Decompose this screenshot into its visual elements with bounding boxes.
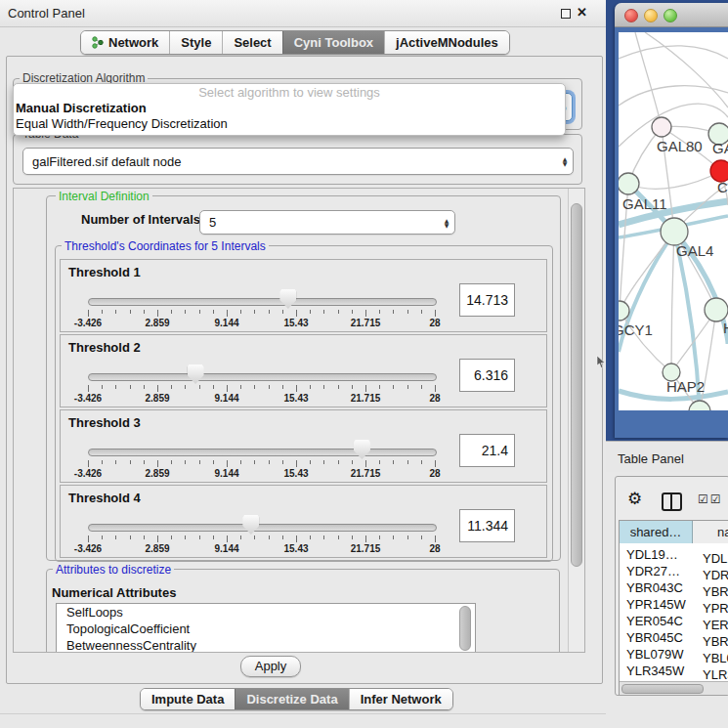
tab-impute-data[interactable]: Impute Data: [141, 689, 235, 709]
network-node-gal80[interactable]: [652, 117, 671, 137]
gear-icon[interactable]: ⚙: [627, 489, 642, 508]
interval-definition-title: Interval Definition: [56, 190, 152, 203]
table-row[interactable]: YPR145WYPR1: [620, 596, 728, 613]
split-view-icon[interactable]: [662, 492, 682, 511]
network-window-titlebar[interactable]: [615, 3, 728, 27]
close-button[interactable]: [624, 9, 638, 22]
tick-mark: [254, 460, 255, 464]
tick-mark: [310, 310, 311, 314]
tick-mark: [185, 460, 186, 464]
slider-track[interactable]: [88, 449, 437, 456]
slider-thumb[interactable]: [242, 515, 259, 535]
tab-label: Select: [234, 35, 271, 50]
tab-select[interactable]: Select: [222, 31, 281, 54]
threshold-value-box[interactable]: 11.344: [459, 509, 515, 542]
tab-network[interactable]: Network: [81, 31, 169, 54]
tick-label: 9.144: [197, 318, 256, 328]
slider-thumb[interactable]: [354, 440, 370, 459]
tick-label: -3.426: [59, 318, 117, 328]
scrollbar-thumb[interactable]: [571, 203, 582, 567]
tick-mark: [88, 385, 89, 392]
tab-style[interactable]: Style: [169, 31, 222, 54]
tick-label: 15.43: [267, 393, 325, 404]
attributes-scrollbar-thumb[interactable]: [459, 606, 471, 651]
tick-mark: [88, 460, 89, 467]
algorithm-option-equal-width-frequency-discretization[interactable]: Equal Width/Frequency Discretization: [14, 116, 565, 132]
tick-mark: [199, 460, 200, 464]
close-icon[interactable]: ✕: [577, 5, 587, 20]
tick-mark: [88, 310, 89, 317]
attribute-item-betweennesscentrality[interactable]: BetweennessCentrality: [57, 637, 475, 653]
horizontal-scrollbar-thumb[interactable]: [621, 684, 704, 694]
apply-button[interactable]: Apply: [240, 656, 301, 677]
tick-mark: [115, 535, 116, 539]
tick-mark: [227, 460, 228, 467]
table-row[interactable]: YDR27…YDR2: [620, 563, 728, 579]
network-canvas[interactable]: GAL80GACGAL11GAL4GCY1HHAP2: [619, 32, 728, 410]
tab-cyni-toolbox[interactable]: Cyni Toolbox: [282, 31, 384, 54]
tab-jactivemnodules[interactable]: jActiveMNodules: [384, 31, 509, 54]
tick-mark: [102, 385, 103, 389]
minimize-button[interactable]: [644, 9, 658, 22]
tick-mark: [338, 310, 339, 314]
spinner-icon[interactable]: ▲▼: [439, 218, 454, 228]
spinner-icon[interactable]: ▲▼: [557, 156, 573, 166]
tab-discretize-data[interactable]: Discretize Data: [235, 689, 348, 709]
table-row[interactable]: YDL19…YDL1: [620, 546, 728, 563]
table-row[interactable]: YER054CYER0: [620, 613, 728, 629]
tick-mark: [282, 535, 283, 539]
slider-track[interactable]: [88, 298, 437, 306]
network-node-gal11[interactable]: [619, 173, 639, 194]
tick-mark: [254, 535, 255, 539]
tick-label: 28: [406, 393, 464, 404]
table-cell: YBR043C: [620, 579, 696, 596]
tick-mark: [365, 460, 366, 467]
tick-mark: [352, 385, 353, 389]
tick-mark: [199, 310, 200, 314]
slider-track[interactable]: [88, 524, 437, 532]
tick-mark: [185, 385, 186, 389]
panel-title: Control Panel: [8, 6, 85, 21]
column-header-shared-name[interactable]: shared…: [620, 521, 693, 544]
tick-mark: [269, 385, 270, 389]
slider-thumb[interactable]: [188, 364, 204, 384]
tick-mark: [115, 385, 116, 389]
tick-mark: [171, 535, 172, 539]
divider: [0, 713, 606, 714]
algorithm-option-manual-discretization[interactable]: Manual Discretization: [14, 101, 565, 116]
intervals-combobox[interactable]: 5 ▲▼: [199, 210, 455, 235]
node-label: HAP2: [666, 378, 705, 395]
threshold-value-box[interactable]: 21.4: [459, 434, 515, 467]
column-header-name[interactable]: na: [693, 521, 728, 544]
algorithm-placeholder: Select algorithm to view settings: [14, 84, 565, 101]
tick-mark: [115, 460, 116, 464]
tick-label: 21.715: [336, 543, 395, 554]
table-row[interactable]: YBL079WYBL0: [620, 646, 728, 663]
slider-thumb[interactable]: [279, 289, 296, 309]
threshold-value-box[interactable]: 6.316: [459, 359, 515, 392]
table-row[interactable]: YBR043CYBR0: [620, 579, 728, 596]
checkbox-icons[interactable]: ☑☑: [698, 492, 723, 506]
table-row[interactable]: YBR045CYBR0: [620, 629, 728, 646]
horizontal-scrollbar[interactable]: [620, 681, 728, 695]
tick-mark: [254, 385, 255, 389]
network-node-gal4[interactable]: [661, 218, 688, 245]
network-node-h[interactable]: [705, 298, 728, 321]
threshold-value-box[interactable]: 14.713: [459, 283, 515, 317]
attribute-item-topologicalcoefficient[interactable]: TopologicalCoefficient: [57, 621, 475, 637]
attribute-item-selfloops[interactable]: SelfLoops: [57, 604, 475, 621]
float-window-icon[interactable]: [561, 9, 571, 19]
tab-label: Network: [108, 35, 158, 50]
scrollbar-track[interactable]: [568, 189, 584, 652]
zoom-button[interactable]: [664, 9, 677, 22]
table-cell: YDR27…: [620, 563, 696, 579]
tab-infer-network[interactable]: Infer Network: [349, 689, 452, 709]
tick-label: 15.43: [267, 468, 325, 479]
table-data-combobox[interactable]: galFiltered.sif default node ▲▼: [22, 148, 574, 175]
node-label: C: [717, 179, 728, 195]
slider-track[interactable]: [88, 373, 437, 381]
network-node[interactable]: [689, 401, 710, 410]
algorithm-dropdown-popup: Select algorithm to view settings Manual…: [13, 83, 566, 136]
tab-label: Impute Data: [151, 692, 224, 707]
table-row[interactable]: YLR345WYLR3: [620, 663, 728, 679]
